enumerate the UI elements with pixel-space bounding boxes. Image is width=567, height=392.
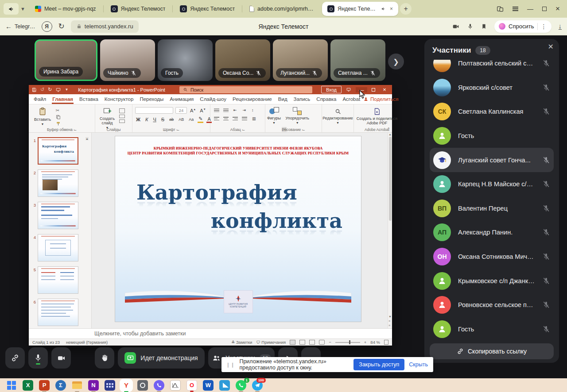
- italic-button[interactable]: К: [144, 117, 149, 122]
- menu-slideshow[interactable]: Слайд-шоу: [197, 95, 229, 104]
- tab-audio-toggle[interactable]: [4, 3, 19, 15]
- mic-off-icon[interactable]: [542, 84, 550, 92]
- taskbar-camera[interactable]: [137, 380, 148, 391]
- grow-font-button[interactable]: А▲: [189, 108, 197, 113]
- slide-thumbnail[interactable]: 5: [31, 266, 78, 294]
- scroll-up-icon[interactable]: ▲: [85, 137, 89, 140]
- slide-canvas[interactable]: КРЫМКИЙ ИНЖЕНЕРНО-ПЕДАГОГИЧЕСКИЙ УНИВЕРС…: [115, 136, 361, 322]
- font-name-select[interactable]: [135, 107, 173, 114]
- taskbar-opera[interactable]: O: [186, 380, 197, 391]
- taskbar-telegram[interactable]: 100: [252, 380, 263, 391]
- mic-off-icon[interactable]: [542, 253, 550, 261]
- shrink-font-button[interactable]: А▼: [199, 108, 206, 113]
- zoom-slider[interactable]: [335, 342, 360, 343]
- video-tile[interactable]: Светлана ...: [330, 39, 385, 81]
- share-button[interactable]: Поделиться: [363, 96, 401, 102]
- zoom-out-button[interactable]: −: [329, 340, 331, 345]
- menu-design[interactable]: Конструктор: [101, 95, 137, 104]
- slide-thumbnail[interactable]: 4: [31, 234, 78, 261]
- video-tile[interactable]: Ирина Забара: [35, 39, 97, 81]
- arrange-button[interactable]: Упорядочить▼: [285, 107, 309, 124]
- reset-button[interactable]: [119, 115, 125, 118]
- mic-off-icon[interactable]: [542, 60, 550, 67]
- ppt-search-box[interactable]: Поиск: [179, 86, 312, 93]
- tab-audio-icon[interactable]: [381, 6, 386, 12]
- reading-view-button[interactable]: [309, 340, 315, 345]
- window-close-button[interactable]: ×: [555, 4, 560, 13]
- ribbon-options-icon[interactable]: [346, 87, 351, 92]
- slide-thumbnail[interactable]: 3: [31, 202, 78, 229]
- align-right-button[interactable]: [233, 116, 238, 121]
- save-icon[interactable]: [31, 87, 37, 92]
- mic-off-icon[interactable]: [542, 228, 550, 236]
- copy-button[interactable]: [56, 115, 61, 119]
- tab-meet[interactable]: Meet – mov-gpjs-nqz: [30, 2, 101, 16]
- participant-row[interactable]: Полтавский сельский совет: [430, 60, 554, 76]
- mic-off-icon[interactable]: [542, 325, 550, 333]
- video-tile[interactable]: Луганский...: [273, 39, 328, 81]
- slideshow-button[interactable]: [319, 340, 325, 345]
- window-minimize-button[interactable]: —: [527, 5, 533, 12]
- tab-telemost-active[interactable]: Яндекс Телемост ×: [322, 2, 398, 16]
- next-slide-button[interactable]: ≡: [388, 324, 392, 327]
- mic-off-icon[interactable]: [542, 156, 550, 164]
- slide-thumbnail[interactable]: 6: [31, 299, 78, 326]
- tab-adobe[interactable]: adobe.com/go/ipmrhpac…: [244, 2, 320, 16]
- taskbar-plot-app[interactable]: [170, 380, 181, 391]
- slide-sorter-button[interactable]: [299, 340, 305, 345]
- char-spacing-button[interactable]: АВ: [178, 117, 185, 122]
- side-panels-icon[interactable]: [497, 5, 504, 12]
- ask-alice-button[interactable]: Спросить ⋮: [494, 20, 551, 33]
- font-size-select[interactable]: 24: [175, 107, 187, 114]
- mic-off-icon[interactable]: [542, 301, 550, 309]
- bullets-button[interactable]: [214, 108, 219, 113]
- tab-telemost-2[interactable]: Яндекс Телемост: [175, 2, 240, 16]
- reload-icon[interactable]: ↻: [58, 22, 65, 31]
- paste-button[interactable]: Вставить▼: [34, 107, 51, 126]
- downloads-icon[interactable]: ↓: [559, 23, 562, 30]
- drag-handle-icon[interactable]: ❙❙: [226, 362, 235, 368]
- cut-button[interactable]: ✂: [56, 108, 61, 113]
- menu-help[interactable]: Справка: [313, 95, 339, 104]
- video-tile[interactable]: Оксана Со...: [215, 39, 270, 81]
- notes-placeholder[interactable]: Щелкните, чтобы добавить заметки: [29, 328, 392, 338]
- taskbar-excel[interactable]: X: [23, 380, 33, 391]
- taskbar-word[interactable]: W: [203, 380, 214, 391]
- taskbar-statistics[interactable]: Σ: [55, 380, 66, 391]
- undo-icon[interactable]: ↺: [40, 87, 44, 92]
- camera-button[interactable]: [51, 347, 71, 369]
- mic-off-icon[interactable]: [542, 108, 550, 115]
- section-button[interactable]: [119, 119, 125, 123]
- hide-notification-button[interactable]: Скрыть: [409, 361, 429, 368]
- ppt-close-button[interactable]: ×: [380, 86, 389, 93]
- numbering-button[interactable]: [223, 108, 229, 113]
- participant-row[interactable]: Гость: [430, 317, 554, 342]
- screen-sharing-button[interactable]: Идет демонстрация: [118, 347, 205, 369]
- create-pdf-button[interactable]: Создать и поделиться Adobe PDF: [356, 108, 398, 125]
- sign-in-button[interactable]: Вход: [321, 86, 342, 93]
- menu-review[interactable]: Рецензирование: [229, 95, 275, 104]
- participant-row[interactable]: Ярковский с/совет: [430, 76, 554, 100]
- mic-off-icon[interactable]: [542, 204, 550, 212]
- mic-icon[interactable]: [467, 23, 474, 30]
- next-tiles-button[interactable]: ❯: [388, 54, 404, 69]
- scroll-down-icon[interactable]: ▼: [388, 315, 392, 318]
- taskbar-calculator[interactable]: [105, 380, 115, 391]
- outdent-button[interactable]: ⇥: [242, 108, 247, 112]
- mic-off-icon[interactable]: [542, 180, 550, 188]
- participant-row[interactable]: Гость: [430, 124, 554, 148]
- menu-animations[interactable]: Анимация: [167, 95, 197, 104]
- participant-row[interactable]: СК Светлана Каплинская: [430, 100, 554, 124]
- align-center-button[interactable]: [223, 116, 229, 121]
- copy-link-button[interactable]: Скопировать ссылку: [430, 343, 554, 359]
- url-box[interactable]: telemost.yandex.ru: [71, 20, 139, 33]
- start-button[interactable]: [6, 380, 17, 391]
- taskbar-paint[interactable]: [219, 380, 230, 391]
- chevron-down-icon[interactable]: ▼: [20, 6, 25, 12]
- participant-row[interactable]: ВП Валентин Перец: [430, 196, 554, 221]
- strikethrough-button[interactable]: S: [160, 117, 165, 122]
- slide-vertical-scrollbar[interactable]: ▲ ▼ ≡ ≡: [388, 133, 392, 328]
- redo-icon[interactable]: ↻: [48, 87, 52, 92]
- close-access-button[interactable]: Закрыть доступ: [353, 359, 404, 370]
- window-maximize-button[interactable]: [542, 7, 547, 11]
